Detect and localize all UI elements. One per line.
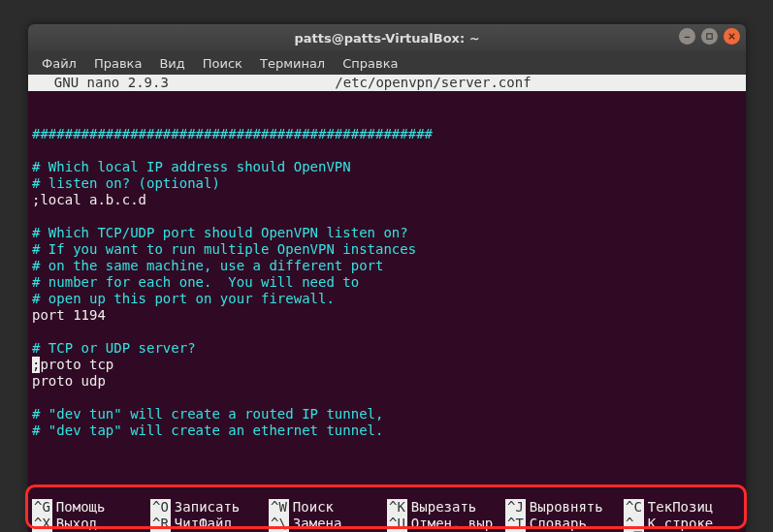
terminal-area[interactable]: GNU nano 2.9.3 /etc/openvpn/server.conf … [28, 75, 746, 532]
window-controls [679, 28, 740, 45]
editor-content[interactable]: ########################################… [28, 91, 746, 439]
shortcut-key: ^T [505, 516, 526, 532]
shortcut-help: ^GПомощь [32, 499, 150, 516]
line: # "dev tun" will create a routed IP tunn… [32, 406, 383, 422]
shortcut-goto: ^_К строке [624, 516, 742, 532]
shortcut-row-1: ^GПомощь ^OЗаписать ^WПоиск ^KВырезать ^… [32, 499, 742, 516]
menu-terminal[interactable]: Терминал [252, 54, 333, 73]
shortcut-exit: ^XВыход [32, 516, 150, 532]
shortcut-writeout: ^OЗаписать [150, 499, 269, 516]
shortcut-key: ^G [32, 499, 52, 516]
window-title: patts@patts-VirtualBox: ~ [294, 31, 479, 46]
shortcut-label: ТекПозиц [644, 499, 713, 516]
nano-shortcuts: ^GПомощь ^OЗаписать ^WПоиск ^KВырезать ^… [32, 499, 742, 532]
shortcut-key: ^K [387, 499, 407, 516]
shortcut-label: Выход [52, 516, 97, 532]
menu-help[interactable]: Справка [335, 54, 405, 73]
shortcut-key: ^U [387, 516, 407, 532]
shortcut-label: ЧитФайл [171, 516, 232, 532]
shortcut-label: К строке [644, 516, 713, 532]
menubar: Файл Правка Вид Поиск Терминал Справка [28, 51, 746, 75]
shortcut-label: Записать [171, 499, 240, 516]
shortcut-label: Отмен. выр [407, 516, 493, 532]
shortcut-label: Помощь [52, 499, 106, 516]
line: # on the same machine, use a different p… [32, 258, 383, 273]
shortcut-readfile: ^RЧитФайл [150, 516, 269, 532]
shortcut-label: Вырезать [407, 499, 476, 516]
titlebar: patts@patts-VirtualBox: ~ [28, 24, 746, 51]
close-button[interactable] [724, 28, 740, 45]
shortcut-label: Словарь [526, 516, 587, 532]
shortcut-justify: ^JВыровнять [505, 499, 624, 516]
nano-file-path: /etc/openvpn/server.conf [169, 75, 697, 91]
menu-view[interactable]: Вид [151, 54, 192, 73]
shortcut-curpos: ^CТекПозиц [624, 499, 742, 516]
shortcut-row-2: ^XВыход ^RЧитФайл ^\Замена ^UОтмен. выр … [32, 516, 742, 532]
minimize-button[interactable] [679, 28, 695, 45]
menu-edit[interactable]: Правка [86, 54, 149, 73]
nano-header: GNU nano 2.9.3 /etc/openvpn/server.conf [28, 75, 746, 91]
menu-file[interactable]: Файл [34, 54, 84, 73]
shortcut-label: Выровнять [526, 499, 603, 516]
line: proto udp [32, 373, 106, 389]
line: # "dev tap" will create an ethernet tunn… [32, 422, 383, 438]
line: ########################################… [32, 126, 433, 141]
shortcut-key: ^\ [269, 516, 289, 532]
line: port 1194 [32, 307, 106, 323]
terminal-window: patts@patts-VirtualBox: ~ Файл Правка Ви… [28, 24, 746, 532]
shortcut-key: ^J [505, 499, 526, 516]
svg-rect-1 [707, 34, 712, 39]
shortcut-replace: ^\Замена [269, 516, 387, 532]
shortcut-key: ^_ [624, 516, 644, 532]
shortcut-label: Поиск [289, 499, 334, 516]
line: # Which TCP/UDP port should OpenVPN list… [32, 225, 408, 240]
shortcut-key: ^C [624, 499, 644, 516]
line: # open up this port on your firewall. [32, 291, 335, 306]
line: # number for each one. You will need to [32, 274, 359, 290]
shortcut-key: ^W [269, 499, 289, 516]
shortcut-spell: ^TСловарь [505, 516, 624, 532]
shortcut-label: Замена [289, 516, 342, 532]
menu-search[interactable]: Поиск [195, 54, 250, 73]
shortcut-search: ^WПоиск [269, 499, 387, 516]
shortcut-key: ^X [32, 516, 52, 532]
shortcut-key: ^R [150, 516, 171, 532]
maximize-button[interactable] [701, 28, 718, 45]
shortcut-uncut: ^UОтмен. выр [387, 516, 505, 532]
line: ;local a.b.c.d [32, 192, 146, 207]
line: # TCP or UDP server? [32, 340, 196, 356]
line: # If you want to run multiple OpenVPN in… [32, 241, 416, 257]
line: proto tcp [40, 357, 113, 372]
shortcut-cut: ^KВырезать [387, 499, 505, 516]
line: # listen on? (optional) [32, 175, 220, 191]
nano-app-name: GNU nano 2.9.3 [38, 75, 169, 91]
shortcut-key: ^O [150, 499, 171, 516]
line: # Which local IP address should OpenVPN [32, 159, 351, 174]
